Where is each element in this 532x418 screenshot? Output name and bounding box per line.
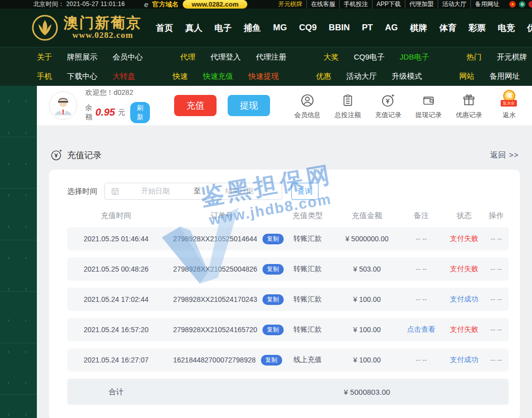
subnav-row-1: 关于 牌照展示 会员中心 代理 代理登入 代理注册 大奖 CQ9电子 JDB电子… xyxy=(0,47,532,67)
businessman-avatar-icon xyxy=(52,94,74,117)
sub-nav: 关于 牌照展示 会员中心 代理 代理登入 代理注册 大奖 CQ9电子 JDB电子… xyxy=(0,47,532,86)
macau-flag-icon[interactable]: ✿ xyxy=(519,1,525,8)
subnav-link[interactable]: 大奖 xyxy=(324,53,339,62)
col-header: 状态 xyxy=(445,211,483,221)
withdraw-button[interactable]: 提现 xyxy=(228,95,270,116)
start-date-placeholder[interactable]: 开始日期 xyxy=(119,187,192,196)
refresh-button[interactable]: 刷新 xyxy=(130,102,150,123)
cell-amount: ¥ 100.00 xyxy=(337,295,397,303)
beijing-time: 北京时间： 2021-05-27 11:01:16 xyxy=(33,0,125,9)
quick-promo-records[interactable]: 优惠记录 xyxy=(453,92,485,120)
nav-item[interactable]: 真人 xyxy=(179,22,208,34)
subnav-link[interactable]: 代理注册 xyxy=(256,53,286,62)
subnav-link[interactable]: 手机 xyxy=(37,72,52,81)
nav-item[interactable]: BBIN xyxy=(323,23,356,33)
date-to-label: 至 xyxy=(192,187,203,196)
records-card: 选择时间 开始日期 至 结束日期 查询 充值时间 订单号 充值类型 充值金额 备… xyxy=(49,170,520,418)
member-icon xyxy=(300,92,315,108)
subnav-link[interactable]: 大转盘 xyxy=(113,72,135,81)
col-header: 操作 xyxy=(483,211,509,221)
recharge-button[interactable]: 充值 xyxy=(174,95,217,116)
cell-amount: ¥ 100.00 xyxy=(337,326,397,334)
cell-order-number: 2798928XX210525014644 复制 xyxy=(165,234,279,244)
nav-item[interactable]: 体育 xyxy=(433,22,462,34)
subnav-link[interactable]: 网站 xyxy=(459,72,474,81)
table-header: 充值时间 订单号 充值类型 充值金额 备注 状态 操作 xyxy=(67,204,509,227)
nav-item[interactable]: 首页 xyxy=(150,22,179,34)
official-domain-group: e 官方域名 www.0282.com xyxy=(144,0,247,9)
subnav-link[interactable]: 快速提现 xyxy=(248,72,279,81)
page-header: 充值记录 返回 >> xyxy=(50,148,519,162)
cell-note[interactable]: -- -- xyxy=(397,356,445,364)
cell-note[interactable]: -- -- xyxy=(397,295,445,303)
subnav-link[interactable]: CQ9电子 xyxy=(354,53,385,62)
nav-item[interactable]: 优惠 xyxy=(521,22,532,34)
topbar-link[interactable]: APP下载 xyxy=(372,0,405,9)
subnav-link[interactable]: 牌照展示 xyxy=(67,53,97,62)
user-bar: 欢迎您！d0282 余额 0.95 元 刷新 充值 提现 会员信息 xyxy=(37,86,532,125)
nav-item[interactable]: PT xyxy=(356,23,379,33)
nav-item[interactable]: 电子 xyxy=(208,22,238,34)
topbar-link[interactable]: 手机投注 xyxy=(339,0,372,9)
subnav-link[interactable]: 快速充值 xyxy=(203,72,233,81)
nav-item[interactable]: 捕鱼 xyxy=(238,22,267,34)
topbar-links: 开元棋牌 在线客服 手机投注 APP下载 代理加盟 活动大厅 备用网址 xyxy=(274,0,503,9)
balance-line: 余额 0.95 元 刷新 xyxy=(85,102,150,123)
date-range-input[interactable]: 开始日期 至 结束日期 xyxy=(104,183,282,200)
site-logo[interactable]: 澳门新葡京 www.0282.com xyxy=(31,14,142,41)
subnav-link[interactable]: 快速 xyxy=(173,72,188,81)
end-date-placeholder[interactable]: 结束日期 xyxy=(203,187,276,196)
cell-note[interactable]: -- -- xyxy=(397,235,445,243)
rebate-badge-text: 返水金 xyxy=(501,100,517,107)
subnav-link[interactable]: 升级模式 xyxy=(392,72,422,81)
back-link[interactable]: 返回 >> xyxy=(490,150,519,160)
china-flag-icon[interactable]: ★ xyxy=(509,1,516,8)
nav-item[interactable]: AG xyxy=(379,23,404,33)
nav-item[interactable]: CQ9 xyxy=(293,23,323,33)
search-button[interactable]: 查询 xyxy=(291,183,318,200)
quick-withdraw-records[interactable]: 提现记录 xyxy=(412,92,445,120)
balance-label: 余额 xyxy=(85,103,92,122)
subnav-link[interactable]: 优惠 xyxy=(316,72,331,81)
user-info: 欢迎您！d0282 余额 0.95 元 刷新 xyxy=(85,88,150,123)
clipped-flag-icon xyxy=(528,1,532,8)
topbar-link[interactable]: 在线客服 xyxy=(306,0,339,9)
nav-item[interactable]: 棋牌 xyxy=(404,22,433,34)
subnav-link[interactable]: 下载中心 xyxy=(67,72,97,81)
topbar-link[interactable]: 开元棋牌 xyxy=(274,0,306,9)
nav-item[interactable]: 彩票 xyxy=(462,22,492,34)
filter-row: 选择时间 开始日期 至 结束日期 查询 xyxy=(67,183,509,200)
subnav-link[interactable]: 活动大厅 xyxy=(346,72,377,81)
cell-note[interactable]: 点击查看 xyxy=(397,325,445,334)
yuan-circle-icon xyxy=(381,92,396,108)
subnav-link[interactable]: 备用网址 xyxy=(490,72,520,81)
topbar-link[interactable]: 活动大厅 xyxy=(438,0,470,9)
cell-recharge-time: 2021.05.24 16:27:07 xyxy=(67,356,165,364)
main-nav-items: 首页 真人 电子 捕鱼 MG CQ9 BBIN PT AG 棋牌 体育 彩票 电… xyxy=(150,22,532,34)
subnav-link[interactable]: 会员中心 xyxy=(113,53,143,62)
topbar-link[interactable]: 代理加盟 xyxy=(405,0,438,9)
subnav-link[interactable]: 开元棋牌 xyxy=(497,53,527,62)
subnav-link[interactable]: 代理 xyxy=(180,53,195,62)
table-row: 2021.05.24 17:02:44 2798928XX21052417024… xyxy=(67,288,509,311)
cell-amount: ¥ 503.00 xyxy=(337,265,397,273)
official-domain-pill[interactable]: www.0282.com xyxy=(183,0,248,9)
subnav-link[interactable]: 热门 xyxy=(466,53,482,62)
subnav-link[interactable]: 代理登入 xyxy=(210,53,241,62)
nav-item[interactable]: MG xyxy=(267,23,293,33)
quick-recharge-records[interactable]: 充值记录 xyxy=(372,92,404,120)
nav-item[interactable]: 电竞 xyxy=(492,22,521,34)
page-title: 充值记录 xyxy=(67,149,101,161)
quick-rebate[interactable]: 领 返水金 返水 xyxy=(493,92,525,120)
quick-total-bets[interactable]: 总投注额 xyxy=(332,92,364,120)
content-area: 充值记录 返回 >> 选择时间 开始日期 至 结束日期 查询 充值时间 订单号 … xyxy=(37,125,532,418)
cell-recharge-time: 2021.05.25 00:48:26 xyxy=(67,265,165,273)
quick-member-info[interactable]: 会员信息 xyxy=(291,92,324,120)
col-header: 备注 xyxy=(397,211,445,221)
cell-order-number: 2798928XX210524165720 复制 xyxy=(165,325,279,335)
cell-note[interactable]: -- -- xyxy=(397,265,445,273)
topbar-link[interactable]: 备用网址 xyxy=(470,0,503,9)
subnav-link[interactable]: JDB电子 xyxy=(400,53,429,62)
subnav-link[interactable]: 关于 xyxy=(37,53,52,62)
table-body: 2021.05.25 01:46:44 2798928XX21052501464… xyxy=(67,227,509,372)
